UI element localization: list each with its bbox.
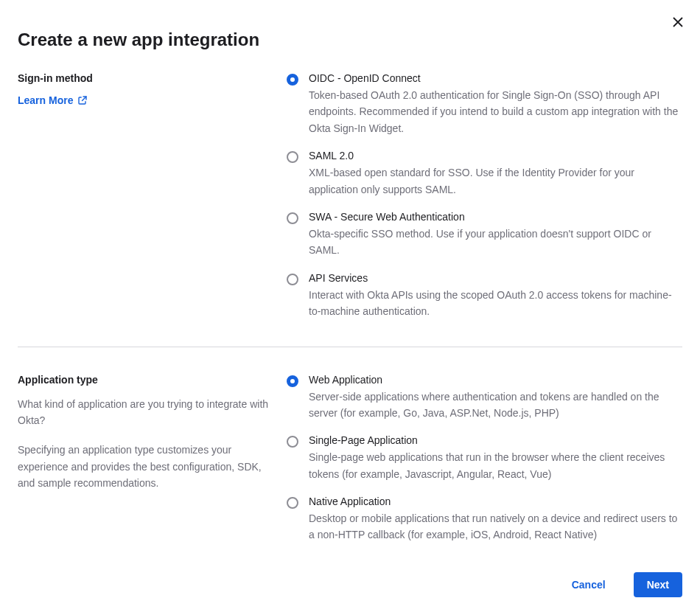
learn-more-text: Learn More <box>18 94 73 106</box>
radio-input[interactable] <box>287 274 298 285</box>
signin-method-label: Sign-in method <box>18 72 272 84</box>
radio-content: Single-Page Application Single-page web … <box>309 434 682 482</box>
modal-footer: Cancel Next <box>559 572 682 597</box>
radio-option-api-services[interactable]: API Services Interact with Okta APIs usi… <box>287 272 682 320</box>
section-left: Sign-in method Learn More <box>18 72 272 320</box>
radio-option-saml[interactable]: SAML 2.0 XML-based open standard for SSO… <box>287 150 682 198</box>
radio-content: Web Application Server-side applications… <box>309 374 682 422</box>
radio-desc: Desktop or mobile applications that run … <box>309 510 682 543</box>
apptype-help-1: What kind of application are you trying … <box>18 396 272 429</box>
radio-title: API Services <box>309 272 682 284</box>
cancel-button[interactable]: Cancel <box>559 572 619 597</box>
radio-content: SWA - Secure Web Authentication Okta-spe… <box>309 211 682 259</box>
external-link-icon <box>77 95 88 105</box>
modal-title: Create a new app integration <box>18 18 682 50</box>
radio-desc: Single-page web applications that run in… <box>309 449 682 482</box>
radio-desc: XML-based open standard for SSO. Use if … <box>309 164 682 198</box>
radio-input[interactable] <box>287 497 298 509</box>
radio-content: SAML 2.0 XML-based open standard for SSO… <box>309 150 682 198</box>
radio-desc: Server-side applications where authentic… <box>309 389 682 422</box>
section-application-type: Application type What kind of applicatio… <box>18 374 682 570</box>
learn-more-link[interactable]: Learn More <box>18 94 88 106</box>
radio-desc: Token-based OAuth 2.0 authentication for… <box>309 87 682 136</box>
apptype-label: Application type <box>18 374 272 386</box>
radio-title: Single-Page Application <box>309 434 682 446</box>
radio-title: SAML 2.0 <box>309 150 682 161</box>
radio-title: OIDC - OpenID Connect <box>309 72 682 84</box>
section-left: Application type What kind of applicatio… <box>18 374 272 543</box>
create-app-modal: Create a new app integration Sign-in met… <box>0 0 700 612</box>
radio-content: Native Application Desktop or mobile app… <box>309 495 682 543</box>
signin-options: OIDC - OpenID Connect Token-based OAuth … <box>287 72 682 320</box>
radio-option-native-app[interactable]: Native Application Desktop or mobile app… <box>287 495 682 543</box>
next-button[interactable]: Next <box>634 572 682 597</box>
radio-input[interactable] <box>287 375 298 387</box>
radio-option-swa[interactable]: SWA - Secure Web Authentication Okta-spe… <box>287 211 682 259</box>
close-icon[interactable] <box>672 16 684 28</box>
radio-content: OIDC - OpenID Connect Token-based OAuth … <box>309 72 682 136</box>
radio-input[interactable] <box>287 212 298 224</box>
radio-input[interactable] <box>287 436 298 448</box>
radio-option-spa[interactable]: Single-Page Application Single-page web … <box>287 434 682 482</box>
radio-desc: Interact with Okta APIs using the scoped… <box>309 287 682 320</box>
radio-title: Native Application <box>309 495 682 507</box>
section-signin-method: Sign-in method Learn More OIDC - OpenID … <box>18 72 682 347</box>
apptype-help-2: Specifying an application type customize… <box>18 442 272 491</box>
radio-option-web-app[interactable]: Web Application Server-side applications… <box>287 374 682 422</box>
radio-option-oidc[interactable]: OIDC - OpenID Connect Token-based OAuth … <box>287 72 682 136</box>
radio-input[interactable] <box>287 151 298 163</box>
radio-desc: Okta-specific SSO method. Use if your ap… <box>309 226 682 259</box>
apptype-options: Web Application Server-side applications… <box>287 374 682 543</box>
radio-content: API Services Interact with Okta APIs usi… <box>309 272 682 320</box>
section-divider <box>18 347 682 347</box>
radio-title: Web Application <box>309 374 682 386</box>
radio-title: SWA - Secure Web Authentication <box>309 211 682 223</box>
radio-input[interactable] <box>287 74 298 86</box>
